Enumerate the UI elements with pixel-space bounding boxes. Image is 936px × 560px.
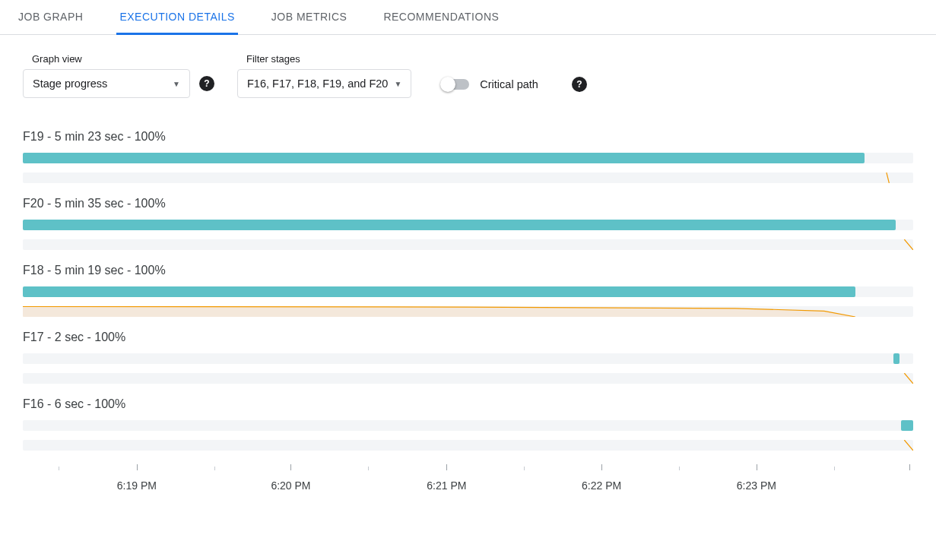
stage-f16: F16 - 6 sec - 100% bbox=[23, 397, 913, 451]
tab-recommendations[interactable]: RECOMMENDATIONS bbox=[380, 0, 502, 35]
chevron-down-icon: ▼ bbox=[394, 80, 401, 88]
stage-title: F17 - 2 sec - 100% bbox=[23, 331, 913, 344]
progress-track[interactable] bbox=[23, 353, 913, 364]
tick-major bbox=[446, 464, 447, 470]
graph-view-value: Stage progress bbox=[33, 78, 107, 90]
filter-stages-group: Filter stages F16, F17, F18, F19, and F2… bbox=[237, 53, 411, 98]
stage-f19: F19 - 5 min 23 sec - 100% bbox=[23, 130, 913, 183]
stage-progress-chart: F19 - 5 min 23 sec - 100%F20 - 5 min 35 … bbox=[0, 107, 936, 502]
critical-path-toggle[interactable] bbox=[442, 79, 469, 90]
graph-view-group: Graph view Stage progress ▼ ? bbox=[23, 53, 214, 98]
critical-path-group: Critical path ? bbox=[442, 77, 587, 92]
axis-label: 6:20 PM bbox=[271, 479, 310, 492]
graph-view-label: Graph view bbox=[23, 53, 214, 65]
time-axis: 6:19 PM6:20 PM6:21 PM6:22 PM6:23 PM bbox=[23, 464, 913, 502]
line-track[interactable] bbox=[23, 172, 913, 183]
stage-title: F18 - 5 min 19 sec - 100% bbox=[23, 264, 913, 277]
line-track[interactable] bbox=[23, 373, 913, 384]
axis-label: 6:21 PM bbox=[427, 479, 466, 492]
critical-path-label: Critical path bbox=[480, 78, 538, 90]
tick-minor bbox=[59, 467, 59, 470]
tick-minor bbox=[214, 467, 215, 470]
utilization-line bbox=[23, 373, 913, 384]
tick-major bbox=[290, 464, 291, 470]
progress-bar bbox=[23, 153, 865, 163]
axis-label: 6:23 PM bbox=[737, 479, 776, 492]
stage-f18: F18 - 5 min 19 sec - 100% bbox=[23, 264, 913, 317]
tab-job-graph[interactable]: JOB GRAPH bbox=[15, 0, 86, 35]
progress-track[interactable] bbox=[23, 153, 913, 163]
tick-major bbox=[601, 464, 602, 470]
progress-bar bbox=[23, 286, 855, 297]
line-track[interactable] bbox=[23, 306, 913, 317]
stage-f17: F17 - 2 sec - 100% bbox=[23, 331, 913, 384]
line-track[interactable] bbox=[23, 440, 913, 451]
stage-title: F16 - 6 sec - 100% bbox=[23, 397, 913, 411]
graph-view-dropdown[interactable]: Stage progress ▼ bbox=[23, 69, 190, 98]
progress-track[interactable] bbox=[23, 420, 913, 431]
progress-bar bbox=[901, 420, 913, 431]
help-icon[interactable]: ? bbox=[199, 76, 214, 91]
stage-title: F20 - 5 min 35 sec - 100% bbox=[23, 197, 913, 210]
tick-minor bbox=[368, 467, 369, 470]
chevron-down-icon: ▼ bbox=[173, 80, 180, 88]
axis-label: 6:22 PM bbox=[582, 479, 621, 492]
axis-label: 6:19 PM bbox=[117, 479, 157, 492]
tick-minor bbox=[679, 467, 680, 470]
tab-execution-details[interactable]: EXECUTION DETAILS bbox=[116, 0, 237, 35]
progress-track[interactable] bbox=[23, 220, 913, 230]
utilization-line bbox=[23, 239, 913, 250]
tab-job-metrics[interactable]: JOB METRICS bbox=[268, 0, 351, 35]
line-track[interactable] bbox=[23, 239, 913, 250]
switch-thumb bbox=[440, 77, 455, 92]
tick-minor bbox=[834, 467, 835, 470]
filter-stages-label: Filter stages bbox=[237, 53, 411, 65]
utilization-line bbox=[23, 172, 913, 183]
filter-stages-value: F16, F17, F18, F19, and F20 bbox=[247, 78, 388, 90]
utilization-line bbox=[23, 440, 913, 451]
progress-bar bbox=[23, 220, 896, 230]
tick-major bbox=[757, 464, 757, 470]
progress-bar bbox=[893, 353, 900, 364]
utilization-line bbox=[23, 306, 913, 317]
tick-major bbox=[909, 464, 910, 470]
help-icon[interactable]: ? bbox=[572, 77, 587, 92]
controls-bar: Graph view Stage progress ▼ ? Filter sta… bbox=[0, 35, 936, 107]
progress-track[interactable] bbox=[23, 286, 913, 297]
tab-bar: JOB GRAPH EXECUTION DETAILS JOB METRICS … bbox=[0, 0, 936, 35]
tick-minor bbox=[524, 467, 525, 470]
stage-f20: F20 - 5 min 35 sec - 100% bbox=[23, 197, 913, 250]
stage-title: F19 - 5 min 23 sec - 100% bbox=[23, 130, 913, 144]
filter-stages-dropdown[interactable]: F16, F17, F18, F19, and F20 ▼ bbox=[237, 69, 411, 98]
tick-major bbox=[137, 464, 138, 470]
